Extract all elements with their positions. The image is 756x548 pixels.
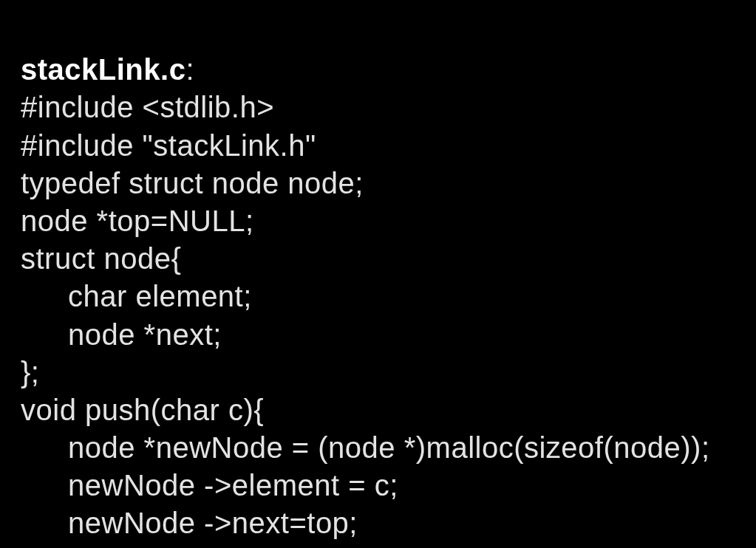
code-line-1: #include <stdlib.h> bbox=[21, 91, 274, 123]
code-line-6: char element; bbox=[68, 280, 252, 312]
code-line-2: #include "stackLink.h" bbox=[21, 129, 316, 162]
code-line-10: node *newNode = (node *)malloc(sizeof(no… bbox=[68, 431, 710, 464]
code-line-12: newNode ->next=top; bbox=[68, 507, 358, 539]
code-filename: stackLink.c bbox=[21, 53, 185, 86]
code-line-3: typedef struct node node; bbox=[21, 167, 364, 199]
code-line-13: top= newNode; bbox=[68, 545, 273, 548]
code-line-9: void push(char c){ bbox=[21, 394, 264, 426]
code-line-5: struct node{ bbox=[21, 242, 181, 275]
code-line-7: node *next; bbox=[68, 318, 222, 351]
code-line-11: newNode ->element = c; bbox=[68, 469, 398, 501]
code-line-8: }; bbox=[21, 356, 39, 388]
code-filename-colon: : bbox=[185, 53, 194, 86]
code-line-4: node *top=NULL; bbox=[21, 205, 254, 237]
code-block: stackLink.c: #include <stdlib.h> #includ… bbox=[0, 0, 756, 548]
